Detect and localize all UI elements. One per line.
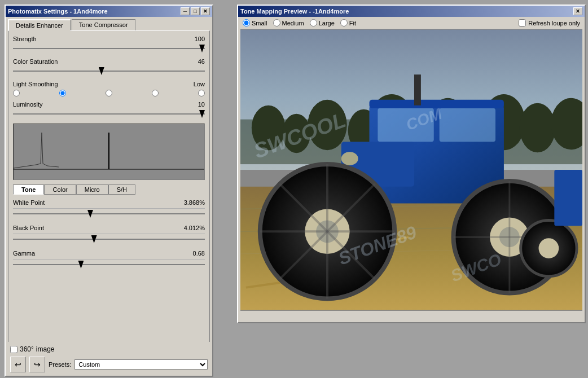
settings-title: Photomatix Settings - 1And4more xyxy=(8,8,108,15)
light-smoothing-radio-1[interactable] xyxy=(59,90,66,96)
black-point-value: 4.012% xyxy=(184,225,205,231)
light-smoothing-radio-3[interactable] xyxy=(152,90,159,96)
minimize-icon: ─ xyxy=(183,8,187,14)
tab-details-enhancer[interactable]: Details Enhancer xyxy=(8,19,71,30)
white-point-row: White Point 3.868% xyxy=(13,197,205,209)
luminosity-label-row: Luminosity 10 xyxy=(13,101,205,108)
histogram-area xyxy=(13,124,205,180)
tab-tone-compressor[interactable]: Tone Compressor xyxy=(72,19,135,30)
light-smoothing-radio-0[interactable] xyxy=(13,90,20,96)
size-fit-option[interactable]: Fit xyxy=(340,19,356,27)
color-saturation-row: Color Saturation 46 xyxy=(13,58,205,76)
strength-label-row: Strength 100 xyxy=(13,36,205,42)
color-saturation-value: 46 xyxy=(198,58,205,65)
black-point-row: Black Point 4.012% xyxy=(13,222,205,234)
sub-tab-color-label: Color xyxy=(52,186,67,193)
light-smoothing-row: Light Smoothing Low xyxy=(13,81,205,96)
presets-row: ↩ ↪ Presets: Custom xyxy=(10,357,208,372)
gamma-row: Gamma 0.68 xyxy=(13,248,205,260)
luminosity-slider[interactable] xyxy=(13,110,205,118)
close-icon: ✕ xyxy=(203,8,208,14)
presets-label: Presets: xyxy=(49,361,71,368)
strength-slider[interactable] xyxy=(13,45,205,52)
presets-select[interactable]: Custom xyxy=(74,359,208,370)
refresh-loupe-option[interactable]: Refresh loupe only xyxy=(519,19,580,27)
preview-close-icon: ✕ xyxy=(576,8,580,14)
histogram-chart xyxy=(14,124,204,179)
size-large-radio[interactable] xyxy=(310,19,317,27)
sub-tab-sh[interactable]: S/H xyxy=(108,184,135,195)
sub-tab-tone-label: Tone xyxy=(21,186,36,193)
white-point-label: White Point xyxy=(13,199,45,206)
light-smoothing-option-0[interactable] xyxy=(13,90,20,96)
size-fit-label: Fit xyxy=(349,20,356,27)
settings-titlebar: Photomatix Settings - 1And4more ─ □ ✕ xyxy=(6,6,212,17)
size-small-radio[interactable] xyxy=(243,19,250,27)
settings-window: Photomatix Settings - 1And4more ─ □ ✕ De… xyxy=(5,5,213,377)
preview-window: Tone Mapping Preview - -1And4more ✕ Smal… xyxy=(237,5,586,323)
light-smoothing-label-row: Light Smoothing Low xyxy=(13,81,205,87)
size-medium-radio[interactable] xyxy=(273,19,280,27)
maximize-button[interactable]: □ xyxy=(191,7,200,15)
luminosity-label: Luminosity xyxy=(13,101,43,108)
light-smoothing-label: Light Smoothing xyxy=(13,81,58,87)
gamma-value: 0.68 xyxy=(193,250,205,257)
color-saturation-slider-container xyxy=(13,66,205,76)
close-button[interactable]: ✕ xyxy=(201,7,210,15)
luminosity-slider-container xyxy=(13,109,205,119)
color-saturation-slider[interactable] xyxy=(13,67,205,75)
luminosity-row: Luminosity 10 xyxy=(13,101,205,119)
light-smoothing-option-1[interactable] xyxy=(59,90,66,96)
color-saturation-label-row: Color Saturation 46 xyxy=(13,58,205,65)
light-smoothing-radio-2[interactable] xyxy=(106,90,112,96)
preview-titlebar: Tone Mapping Preview - -1And4more ✕ xyxy=(238,6,585,17)
size-medium-option[interactable]: Medium xyxy=(273,19,304,27)
sub-tab-color[interactable]: Color xyxy=(44,184,76,195)
size-large-label: Large xyxy=(319,20,335,27)
sub-tab-bar: Tone Color Micro S/H xyxy=(13,184,205,195)
redo-icon: ↪ xyxy=(34,360,41,369)
panel-content: Strength 100 Color Saturation 46 Light S… xyxy=(8,30,210,355)
white-point-slider[interactable] xyxy=(13,210,205,218)
tab-details-label: Details Enhancer xyxy=(16,22,63,29)
black-point-slider[interactable] xyxy=(13,235,205,243)
maximize-icon: □ xyxy=(194,8,196,14)
black-point-label: Black Point xyxy=(13,225,44,231)
sub-tab-micro-label: Micro xyxy=(85,186,100,193)
svg-rect-25 xyxy=(440,108,495,142)
svg-point-13 xyxy=(520,103,556,152)
undo-button[interactable]: ↩ xyxy=(10,357,26,372)
sub-tab-micro[interactable]: Micro xyxy=(76,184,108,195)
size-large-option[interactable]: Large xyxy=(310,19,335,27)
main-tab-bar: Details Enhancer Tone Compressor xyxy=(6,17,212,30)
svg-point-41 xyxy=(539,238,559,258)
checkbox-360-sublabel: image xyxy=(36,345,55,353)
size-fit-radio[interactable] xyxy=(340,19,348,27)
sub-tab-sh-label: S/H xyxy=(117,186,127,193)
refresh-loupe-checkbox[interactable] xyxy=(519,19,526,27)
strength-label: Strength xyxy=(13,36,37,42)
light-smoothing-radio-4[interactable] xyxy=(198,90,205,96)
light-smoothing-option-2[interactable] xyxy=(106,90,112,96)
gamma-label: Gamma xyxy=(13,250,35,257)
white-point-slider-container xyxy=(13,209,205,219)
light-smoothing-level: Low xyxy=(194,81,205,87)
redo-button[interactable]: ↪ xyxy=(29,357,45,372)
white-point-value: 3.868% xyxy=(184,199,205,206)
light-smoothing-option-4[interactable] xyxy=(198,90,205,96)
strength-value: 100 xyxy=(195,36,205,42)
preview-close-button[interactable]: ✕ xyxy=(573,7,582,15)
tab-tone-label: Tone Compressor xyxy=(79,21,128,28)
light-smoothing-option-3[interactable] xyxy=(152,90,159,96)
size-small-option[interactable]: Small xyxy=(243,19,267,27)
strength-row: Strength 100 xyxy=(13,36,205,54)
sub-tab-tone[interactable]: Tone xyxy=(13,184,44,195)
tractor-image: SWCOOL STONE89 COM SWCO xyxy=(240,29,582,311)
titlebar-buttons: ─ □ ✕ xyxy=(181,7,210,15)
checkbox-360[interactable] xyxy=(10,346,17,353)
minimize-button[interactable]: ─ xyxy=(181,7,190,15)
bottom-area: 360° image ↩ ↪ Presets: Custom xyxy=(6,342,212,376)
svg-point-44 xyxy=(341,152,358,165)
gamma-slider[interactable] xyxy=(13,261,205,269)
size-medium-label: Medium xyxy=(282,20,304,27)
